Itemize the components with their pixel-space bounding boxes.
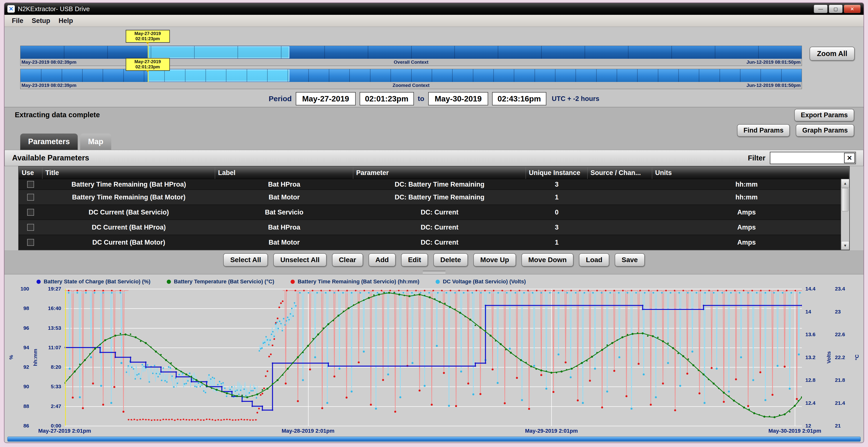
legend-label: Battery Temperature (Bat Servicio) (°C) xyxy=(174,278,274,285)
timeline-tick xyxy=(349,69,350,82)
x-axis-labels: May-27-2019 2:01pmMay-28-2019 2:01pmMay-… xyxy=(65,426,802,436)
cell-instance: 1 xyxy=(526,235,588,250)
table-row[interactable]: Battery Time Remaining (Bat Motor)Bat Mo… xyxy=(19,189,841,205)
timeline-tick xyxy=(368,46,368,59)
action-unselect-all[interactable]: Unselect All xyxy=(273,253,326,267)
status-message: Extracting data complete xyxy=(15,111,100,119)
zoomed-selection[interactable] xyxy=(148,69,289,82)
timeline-tick xyxy=(411,69,412,82)
cell-units: Amps xyxy=(652,220,841,235)
action-move-down[interactable]: Move Down xyxy=(522,253,574,267)
graph-params-button[interactable]: Graph Params xyxy=(796,124,854,137)
volts-axis: 14.41413.613.212.812.412 xyxy=(803,289,825,426)
window-title: N2KExtractor- USB Drive xyxy=(18,5,90,13)
row-checkbox[interactable] xyxy=(27,239,34,246)
plot-area[interactable] xyxy=(65,289,802,426)
menu-help[interactable]: Help xyxy=(56,16,79,26)
timeline-tick xyxy=(107,46,108,59)
period-start-date-input[interactable] xyxy=(296,92,356,106)
utc-offset-label: UTC + -2 hours xyxy=(552,95,599,103)
chart-panel: Battery State of Charge (Bat Servicio) (… xyxy=(4,274,864,443)
cell-units: hh:mm xyxy=(652,190,841,205)
timeline-tick xyxy=(411,46,412,59)
timeline-tick xyxy=(454,46,455,59)
table-row[interactable]: Battery Time Remaining (Bat HProa)Bat HP… xyxy=(19,179,841,189)
bottom-scrollbar[interactable] xyxy=(7,437,861,442)
timeline-tick xyxy=(64,46,64,59)
splitter-grip[interactable] xyxy=(423,270,445,273)
table-row[interactable]: DC Current (Bat Motor)Bat MotorDC: Curre… xyxy=(19,235,841,250)
scroll-down-icon[interactable]: ▼ xyxy=(841,241,849,250)
time-cursor-flag[interactable]: May-27-2019 02:01:23pm xyxy=(126,30,170,43)
cell-label: Bat Motor xyxy=(215,190,353,205)
table-row[interactable]: DC Current (Bat HProa)Bat HProaDC: Curre… xyxy=(19,220,841,235)
tab-parameters[interactable]: Parameters xyxy=(20,133,78,150)
cell-label: Bat Servicio xyxy=(215,205,353,220)
tab-map[interactable]: Map xyxy=(80,133,111,150)
period-to-label: to xyxy=(418,95,424,103)
cell-source xyxy=(588,205,652,220)
filter-input[interactable] xyxy=(770,154,844,162)
column-header-label: Label xyxy=(215,167,353,179)
timeline-tick xyxy=(41,69,41,82)
overall-start-label: May-23-2019 08:02:39pm xyxy=(22,59,76,65)
menu-setup[interactable]: Setup xyxy=(29,16,56,26)
row-checkbox[interactable] xyxy=(27,224,34,231)
find-graph-row: Find Params Graph Params xyxy=(737,124,854,137)
axis-tick: 23.4 xyxy=(835,286,845,292)
x-axis-label: May-28-2019 2:01pm xyxy=(282,428,335,434)
cell-source xyxy=(588,235,652,250)
splitter[interactable] xyxy=(4,270,864,274)
scroll-up-icon[interactable]: ▲ xyxy=(841,179,849,187)
overall-selection[interactable] xyxy=(148,47,289,58)
period-start-time-input[interactable] xyxy=(360,92,414,106)
zoom-all-button[interactable]: Zoom All xyxy=(810,47,855,61)
find-params-button[interactable]: Find Params xyxy=(737,124,790,137)
table-scrollbar[interactable]: ▲ ▼ xyxy=(841,179,849,250)
maximize-button[interactable]: ▢ xyxy=(829,5,843,13)
row-checkbox[interactable] xyxy=(27,181,34,188)
timeline-tick xyxy=(541,46,542,59)
cell-instance: 0 xyxy=(526,205,588,220)
action-move-up[interactable]: Move Up xyxy=(473,253,516,267)
action-save[interactable]: Save xyxy=(615,253,645,267)
column-header-use: Use xyxy=(19,167,42,179)
cell-instance: 1 xyxy=(526,190,588,205)
overall-timeline-bar[interactable] xyxy=(21,46,802,59)
time-cursor-flag[interactable]: May-27-2019 02:01:23pm xyxy=(126,58,170,71)
cell-source xyxy=(588,190,652,205)
available-parameters-title: Available Parameters xyxy=(12,153,89,162)
zoomed-timeline-bar[interactable] xyxy=(21,69,802,82)
axis-tick: 94 xyxy=(24,345,29,351)
timeline-rows: May-23-2019 08:02:39pm Overall Context J… xyxy=(20,28,802,89)
period-end-date-input[interactable] xyxy=(428,92,488,106)
row-checkbox[interactable] xyxy=(27,194,34,201)
timeline-tick xyxy=(308,69,309,82)
menu-file[interactable]: File xyxy=(9,16,29,26)
x-axis-label: May-29-2019 2:01pm xyxy=(525,428,578,434)
minimize-button[interactable]: — xyxy=(814,5,828,13)
timeline-tick xyxy=(452,69,453,82)
axis-title-volts: Volts xyxy=(826,351,832,364)
action-select-all[interactable]: Select All xyxy=(223,253,268,267)
export-params-button[interactable]: Export Params xyxy=(794,109,854,121)
period-end-time-input[interactable] xyxy=(492,92,546,106)
action-clear[interactable]: Clear xyxy=(332,253,363,267)
timeline-tick xyxy=(637,69,638,82)
action-delete[interactable]: Delete xyxy=(433,253,468,267)
close-button[interactable]: ✕ xyxy=(844,5,861,13)
cell-use xyxy=(19,205,42,220)
action-edit[interactable]: Edit xyxy=(401,253,428,267)
column-header-parameter: Parameter xyxy=(353,167,526,179)
period-row: Period to UTC + -2 hours xyxy=(4,92,864,106)
action-load[interactable]: Load xyxy=(579,253,609,267)
filter-group: Filter ✕ xyxy=(748,152,856,164)
scrollbar-thumb[interactable] xyxy=(842,188,848,211)
row-checkbox[interactable] xyxy=(27,209,34,216)
table-row[interactable]: DC Current (Bat Servicio)Bat ServicioDC:… xyxy=(19,205,841,220)
filter-clear-icon[interactable]: ✕ xyxy=(844,153,855,163)
action-add[interactable]: Add xyxy=(369,253,396,267)
axis-tick: 21.8 xyxy=(835,377,845,383)
table-action-buttons: Select AllUnselect AllClearAddEditDelete… xyxy=(4,250,864,270)
timeline-tick xyxy=(144,69,144,82)
